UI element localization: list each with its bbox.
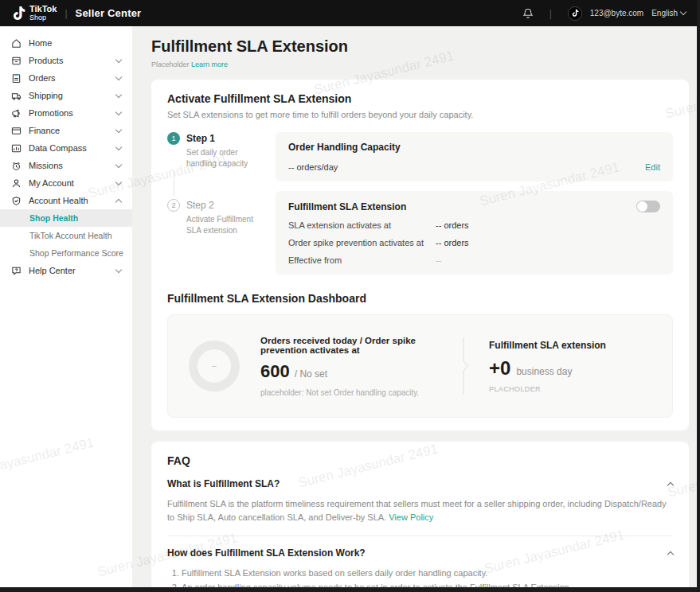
- sidebar-item-account-health[interactable]: Account Health: [0, 192, 132, 209]
- page-title: Fulfillment SLA Extension: [151, 37, 689, 56]
- sla-extension-title: Fulfillment SLA Extension: [288, 201, 406, 212]
- language-selector[interactable]: English: [651, 9, 686, 18]
- sidebar-item-my-account[interactable]: My Account: [0, 174, 132, 192]
- extension-unit: business day: [516, 366, 572, 377]
- chevron-down-icon: [115, 73, 122, 80]
- sidebar-item-orders[interactable]: Orders: [0, 69, 132, 87]
- faq-divider: [167, 536, 673, 536]
- kv-label: Order spike prevention activates at: [288, 238, 436, 247]
- sla-extension-toggle[interactable]: [636, 201, 660, 212]
- step-2-title: Step 2: [186, 199, 263, 212]
- step-2: 2 Step 2 Activate Fulfillment SLA extens…: [167, 199, 263, 236]
- tiktok-note-icon: [11, 6, 25, 21]
- divider-arrow: [461, 329, 470, 403]
- products-icon: [11, 56, 22, 66]
- chevron-down-icon: [115, 91, 122, 97]
- sla-activates-row: SLA extension activates at -- orders: [288, 220, 660, 230]
- help-center-icon: [11, 266, 22, 276]
- logo-line1: TikTok: [29, 5, 57, 14]
- effective-from-row: Effective from --: [288, 255, 660, 265]
- step-1-desc: Set daily order handling capacity: [186, 147, 263, 169]
- sidebar-item-label: Home: [29, 38, 52, 48]
- chevron-down-icon: [115, 178, 122, 185]
- sidebar-item-shipping[interactable]: Shipping: [0, 87, 132, 104]
- faq-question-row[interactable]: How does Fulfillment SLA Extension Work?: [167, 547, 673, 559]
- sidebar-item-label: Account Health: [29, 196, 88, 205]
- chevron-down-icon: [115, 266, 122, 272]
- step-1-bullet: 1: [167, 132, 180, 145]
- extension-value: +0: [489, 357, 510, 380]
- faq-item-how-it-works: How does Fulfillment SLA Extension Work?…: [167, 547, 673, 587]
- sidebar-item-label: Promotions: [29, 108, 73, 118]
- faq-question: What is Fulfillment SLA?: [167, 478, 280, 489]
- metric-label: Orders received today / Order spike prev…: [260, 336, 461, 355]
- faq-question-row[interactable]: What is Fulfillment SLA?: [167, 478, 673, 489]
- collapse-chevron-icon[interactable]: [667, 481, 674, 488]
- kv-label: SLA extension activates at: [288, 220, 436, 230]
- orders-received-value: 600: [260, 361, 290, 382]
- logo-line2: Shop: [29, 14, 57, 21]
- gauge-value: --: [212, 362, 217, 370]
- activate-subtitle: Set SLA extensions to get more time to f…: [167, 110, 673, 119]
- sidebar-item-products[interactable]: Products: [0, 52, 132, 69]
- chevron-down-icon: [680, 9, 686, 15]
- step-2-desc: Activate Fulfillment SLA extension: [186, 214, 263, 236]
- sidebar-item-label: Data Compass: [29, 143, 87, 153]
- faq-item-what-is-sla: What is Fulfillment SLA? Fulfillment SLA…: [167, 478, 673, 536]
- sidebar-item-promotions[interactable]: Promotions: [0, 104, 132, 122]
- account-avatar[interactable]: [568, 6, 582, 21]
- shipping-icon: [11, 91, 22, 101]
- avatar-tiktok-icon: [571, 9, 579, 18]
- faq-steps-list: Fulfillment SLA Extension works based on…: [170, 567, 673, 587]
- sidebar-item-finance[interactable]: Finance: [0, 122, 132, 139]
- account-email[interactable]: 123@byte.com: [590, 9, 643, 18]
- faq-list-item: Fulfillment SLA Extension works based on…: [182, 567, 673, 580]
- order-handling-panel: Order Handling Capacity -- orders/day Ed…: [276, 132, 673, 181]
- faq-title: FAQ: [167, 454, 673, 467]
- sidebar-item-home[interactable]: Home: [0, 34, 132, 52]
- header-divider-2: |: [549, 8, 552, 19]
- sidebar-item-data-compass[interactable]: Data Compass: [0, 139, 132, 157]
- faq-question: How does Fulfillment SLA Extension Work?: [167, 547, 366, 559]
- language-label: English: [651, 9, 678, 18]
- chevron-down-icon: [115, 108, 122, 115]
- faq-list-item: An order handling capacity volume needs …: [182, 581, 673, 587]
- extension-note: PLACHOLDER: [489, 385, 656, 393]
- toggle-knob: [637, 201, 647, 212]
- sidebar-item-help-center[interactable]: Help Center: [0, 262, 132, 279]
- dashboard-panel: -- Orders received today / Order spike p…: [167, 314, 673, 418]
- sidebar-subitem-shop-performance-score[interactable]: Shop Performance Score: [0, 244, 132, 262]
- sidebar-item-label: Help Center: [29, 266, 76, 275]
- page-subtitle: Placeholder Learn more: [151, 60, 689, 68]
- header-divider: |: [65, 8, 67, 19]
- kv-value: -- orders: [436, 220, 469, 230]
- activate-card: Activate Fulfillment SLA Extension Set S…: [151, 80, 689, 430]
- sidebar-item-label: My Account: [29, 178, 74, 188]
- sidebar-subitem-label: TikTok Account Health: [29, 231, 112, 240]
- steps-column: 1 Step 1 Set daily order handling capaci…: [167, 132, 263, 275]
- edit-button[interactable]: Edit: [645, 162, 660, 172]
- faq-answer: Fulfillment SLA is the platform timeline…: [167, 497, 673, 524]
- sidebar-subitem-shop-health[interactable]: Shop Health: [0, 209, 132, 227]
- sidebar-subitem-tiktok-account-health[interactable]: TikTok Account Health: [0, 227, 132, 244]
- metric-note: placeholder: Not set Order handling capa…: [260, 388, 461, 397]
- sidebar-item-label: Finance: [29, 126, 60, 135]
- collapse-chevron-icon[interactable]: [667, 551, 674, 557]
- notification-bell-icon[interactable]: [522, 8, 534, 19]
- activate-title: Activate Fulfillment SLA Extension: [167, 92, 673, 105]
- chevron-down-icon: [115, 161, 122, 167]
- my-account-icon: [11, 178, 22, 189]
- chevron-up-icon: [115, 198, 122, 204]
- learn-more-link[interactable]: Learn more: [191, 60, 228, 68]
- tiktok-shop-logo[interactable]: TikTok Shop: [11, 5, 57, 21]
- view-policy-link[interactable]: View Policy: [389, 512, 433, 522]
- chevron-down-icon: [115, 56, 122, 62]
- app-window: TikTok Shop | Seller Center | 123@byte.c…: [0, 0, 697, 587]
- logo-text: TikTok Shop: [29, 5, 57, 21]
- step-2-bullet: 2: [167, 199, 180, 212]
- sla-extension-panel: Fulfillment SLA Extension SLA extension …: [276, 191, 673, 275]
- step-1: 1 Step 1 Set daily order handling capaci…: [167, 132, 263, 169]
- step-connector: [174, 172, 174, 196]
- sidebar-item-missions[interactable]: Missions: [0, 157, 132, 174]
- page-subtitle-text: Placeholder: [151, 60, 190, 68]
